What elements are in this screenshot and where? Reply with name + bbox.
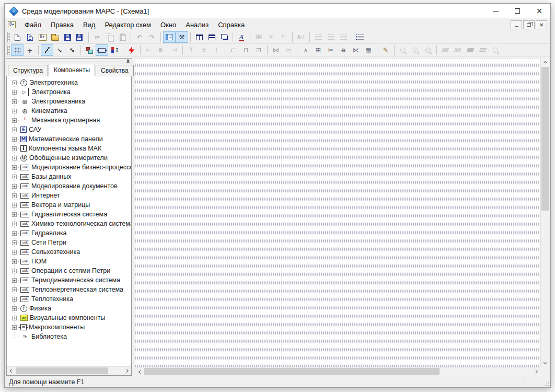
scrollbar-thumb[interactable] — [16, 367, 108, 374]
expand-icon[interactable]: + — [12, 306, 17, 311]
tree-item[interactable]: +IКомпоненты языка МАК — [7, 144, 131, 153]
delete-links-button[interactable]: ⋇ — [337, 44, 350, 56]
expand-icon[interactable]: + — [12, 250, 17, 255]
expand-icon[interactable]: + — [12, 118, 17, 123]
magnet-snap-button[interactable] — [108, 44, 121, 56]
tree-item[interactable]: +≡Макрокомпоненты — [7, 322, 131, 332]
mdi-restore-button[interactable] — [523, 20, 535, 29]
tree-item[interactable]: +uokБазы данных — [7, 172, 131, 181]
tile-vertical-button[interactable] — [193, 31, 205, 43]
draw-frame-button[interactable]: ⊞ — [312, 44, 325, 56]
fit-links-button[interactable]: ⊨ — [325, 44, 337, 56]
scroll-left-button[interactable] — [7, 367, 15, 375]
expand-icon[interactable]: + — [12, 278, 17, 283]
expand-icon[interactable]: + — [12, 80, 17, 85]
cascade-windows-button[interactable] — [218, 31, 230, 43]
expand-icon[interactable]: + — [12, 90, 17, 95]
tree-item[interactable]: +╧Механика одномерная — [7, 116, 131, 125]
tile-horizontal-button[interactable] — [205, 31, 218, 43]
expand-icon[interactable]: + — [12, 316, 17, 320]
schema-canvas[interactable] — [135, 58, 540, 367]
show-table-button[interactable]: ▦ — [362, 44, 375, 56]
expand-icon[interactable]: + — [12, 222, 17, 226]
expand-icon[interactable]: + — [12, 212, 17, 217]
tab-2[interactable]: Компоненты — [49, 64, 95, 76]
toolbar-grip[interactable] — [7, 45, 10, 55]
expand-icon[interactable]: + — [12, 146, 17, 151]
scrollbar-thumb[interactable] — [144, 368, 440, 375]
save-button[interactable] — [61, 31, 74, 43]
mdi-close-button[interactable]: × — [536, 20, 547, 29]
expand-icon[interactable]: + — [12, 137, 17, 142]
component-tools-button[interactable]: ⚒ — [176, 31, 188, 43]
resize-grip[interactable] — [543, 380, 550, 387]
panel-close-button[interactable]: x — [126, 58, 130, 64]
tree-item[interactable]: +UОбобщенные измерители — [7, 153, 131, 163]
menu-item-6[interactable]: Анализ — [181, 20, 213, 30]
expand-icon[interactable]: + — [12, 184, 17, 189]
expand-icon[interactable]: + — [12, 99, 17, 104]
mdi-minimize-button[interactable] — [511, 20, 522, 29]
snap-to-grid-button[interactable]: + — [24, 44, 36, 56]
save-all-button[interactable] — [74, 31, 86, 43]
minimize-button[interactable] — [484, 4, 506, 18]
expand-icon[interactable]: + — [12, 175, 17, 179]
expand-icon[interactable]: + — [12, 297, 17, 302]
expand-icon[interactable]: + — [12, 203, 17, 207]
grid-toggle-button[interactable] — [11, 44, 24, 56]
tree-item[interactable]: ⋔Библиотека — [7, 332, 131, 341]
expand-icon[interactable]: + — [12, 259, 17, 264]
new-schema-button[interactable] — [24, 31, 36, 43]
maximize-button[interactable] — [506, 4, 528, 18]
tree-item[interactable]: +uokСельхозтехника — [7, 247, 131, 257]
tree-item[interactable]: +uokТермодинамическая система — [7, 275, 131, 285]
menu-item-7[interactable]: Справка — [213, 20, 249, 30]
tree-item[interactable]: +uokГидравлика — [7, 228, 131, 238]
expand-icon[interactable]: + — [12, 325, 17, 330]
expand-icon[interactable]: + — [12, 193, 17, 198]
insert-node-button[interactable]: ⋏ — [299, 44, 312, 56]
expand-icon[interactable]: + — [12, 231, 17, 236]
menu-item-1[interactable]: Файл — [20, 20, 46, 30]
expand-icon[interactable]: + — [12, 165, 17, 170]
tree-item[interactable]: +uokПОМ — [7, 257, 131, 266]
scroll-right-button[interactable] — [123, 367, 131, 375]
reroute-links-button[interactable]: ⋉ — [350, 44, 362, 56]
tree-item[interactable]: +↑Электротехника — [7, 78, 131, 87]
open-document-button[interactable] — [49, 31, 61, 43]
tree-item[interactable]: +vcВизуальные компоненты — [7, 313, 131, 322]
tree-item[interactable]: +uokОперации с сетями Петри — [7, 266, 131, 275]
expand-icon[interactable]: + — [12, 156, 17, 160]
expand-icon[interactable]: + — [12, 109, 17, 113]
panel-grip[interactable] — [8, 61, 121, 62]
menu-item-5[interactable]: Окно — [156, 20, 181, 30]
expand-icon[interactable]: + — [12, 269, 17, 273]
tree-item[interactable]: +uokХимико-технологическая система — [7, 219, 131, 228]
close-button[interactable]: × — [528, 4, 550, 18]
tree-item[interactable]: +uokГидравлическая система — [7, 210, 131, 219]
tree-item[interactable]: +MМатематические панели — [7, 134, 131, 144]
scroll-down-button[interactable] — [541, 359, 549, 367]
expand-icon[interactable]: + — [12, 128, 17, 132]
menu-item-3[interactable]: Вид — [78, 20, 100, 30]
tree-item[interactable]: +uokТеплотехника — [7, 294, 131, 304]
tab-1[interactable]: Структура — [8, 65, 48, 76]
list-properties-button[interactable] — [354, 31, 367, 43]
workspace-panel-button[interactable] — [163, 31, 176, 43]
draw-link-double-arrow-button[interactable]: ↔ — [66, 44, 78, 56]
scroll-left-button[interactable] — [135, 367, 144, 376]
add-component-button[interactable] — [83, 44, 96, 56]
new-document-button[interactable] — [11, 31, 24, 43]
tree-item[interactable]: +⊛Электромеханика — [7, 97, 131, 106]
tree-item[interactable]: +uokВектора и матрицы — [7, 200, 131, 210]
freehand-draw-button[interactable]: ✎ — [379, 44, 392, 56]
menu-item-2[interactable]: Правка — [46, 20, 78, 30]
tree-item[interactable]: +⊕Кинематика — [7, 106, 131, 116]
tree-item[interactable]: +EСАУ — [7, 125, 131, 134]
canvas-vertical-scrollbar[interactable] — [540, 58, 549, 367]
tab-3[interactable]: Свойства — [96, 65, 134, 76]
canvas-horizontal-scrollbar[interactable] — [135, 367, 540, 376]
tree-item[interactable]: +↑Физика — [7, 304, 131, 313]
draw-link-button[interactable] — [41, 44, 53, 56]
tree-item[interactable]: +▷Электроника — [7, 87, 131, 97]
